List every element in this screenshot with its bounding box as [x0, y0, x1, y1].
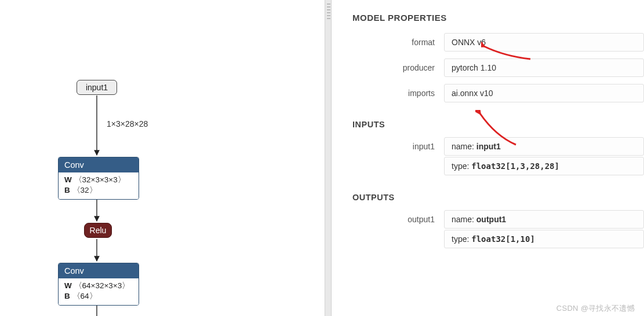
- prop-value-imports[interactable]: ai.onnx v10: [444, 84, 644, 102]
- graph-node-relu[interactable]: Relu: [84, 223, 112, 238]
- prop-value-output1-name[interactable]: name: output1: [444, 210, 644, 229]
- prop-row-producer: producer pytorch 1.10: [352, 58, 644, 78]
- prop-row-input1: input1 name: input1 type: float32[1,3,28…: [352, 137, 644, 177]
- prop-value-format[interactable]: ONNX v6: [444, 33, 644, 52]
- prop-row-imports: imports ai.onnx v10: [352, 84, 644, 104]
- prop-value-producer[interactable]: pytorch 1.10: [444, 58, 644, 77]
- properties-panel: MODEL PROPERTIES format ONNX v6 producer…: [332, 0, 644, 316]
- graph-node-input[interactable]: input1: [77, 80, 117, 95]
- prop-value-input1-type[interactable]: type: float32[1,3,28,28]: [444, 157, 644, 175]
- panel-divider[interactable]: [325, 0, 332, 316]
- graph-node-relu-label: Relu: [90, 226, 107, 235]
- graph-node-conv-1-title: Conv: [59, 157, 139, 172]
- graph-node-conv-2-title: Conv: [59, 263, 139, 278]
- section-title-model-properties: MODEL PROPERTIES: [352, 13, 644, 23]
- graph-panel[interactable]: input1 1×3×28×28 Conv W W 〈32×3×3×3〉〈32×…: [0, 0, 325, 316]
- graph-node-conv-2-body: W 〈64×32×3×3〉 B 〈64〉: [59, 278, 139, 305]
- prop-value-input1-name[interactable]: name: input1: [444, 137, 644, 156]
- prop-label-output1: output1: [352, 210, 444, 249]
- prop-label-imports: imports: [352, 84, 444, 104]
- prop-label-producer: producer: [352, 58, 444, 78]
- graph-node-conv-1-body: W W 〈32×3×3×3〉〈32×3×3×3〉 B 〈32〉: [59, 172, 139, 199]
- graph-edges: [0, 0, 325, 316]
- graph-edge-label: 1×3×28×28: [107, 119, 148, 128]
- graph-node-conv-2[interactable]: Conv W 〈64×32×3×3〉 B 〈64〉: [58, 263, 139, 306]
- prop-row-format: format ONNX v6: [352, 33, 644, 53]
- section-title-outputs: OUTPUTS: [352, 193, 644, 202]
- watermark: CSDN @寻找永不遗憾: [556, 303, 635, 314]
- prop-label-format: format: [352, 33, 444, 53]
- section-title-inputs: INPUTS: [352, 120, 644, 129]
- graph-node-conv-1[interactable]: Conv W W 〈32×3×3×3〉〈32×3×3×3〉 B 〈32〉: [58, 157, 139, 200]
- prop-value-output1-type[interactable]: type: float32[1,10]: [444, 230, 644, 248]
- prop-label-input1: input1: [352, 137, 444, 177]
- prop-row-output1: output1 name: output1 type: float32[1,10…: [352, 210, 644, 249]
- graph-node-input-label: input1: [86, 83, 108, 92]
